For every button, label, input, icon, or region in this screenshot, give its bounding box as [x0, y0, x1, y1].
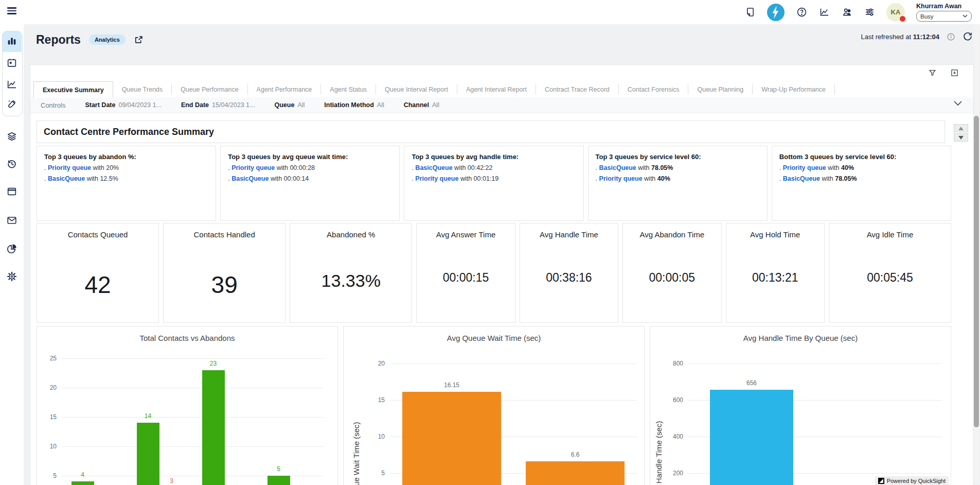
insight-item: Priority queue with 40% [779, 164, 943, 171]
queue-link[interactable]: BasicQueue [783, 175, 820, 182]
chart-bar-total-contacts[interactable] [72, 481, 94, 485]
queue-link[interactable]: BasicQueue [231, 175, 269, 182]
download-icon[interactable] [950, 68, 959, 77]
mail-icon[interactable] [6, 215, 17, 226]
chart-avg-handle-time-by-queue: Powered by QuickSight Avg Handle Time By… [650, 326, 951, 485]
status-select[interactable]: Busy [916, 11, 972, 22]
queue-link[interactable]: BasicQueue [599, 164, 636, 171]
last-refreshed-text: Last refreshed at 11:12:04 [861, 33, 939, 41]
tab-queue-planning[interactable]: Queue Planning [688, 84, 753, 94]
y-tick-label: 15 [360, 396, 385, 404]
sidebar [0, 24, 24, 485]
note-icon[interactable] [744, 7, 756, 18]
chart-bar-avg-queue-wait-time[interactable] [402, 392, 501, 485]
chart-bar-avg-queue-wait-time[interactable] [526, 461, 625, 485]
metrics-icon[interactable] [818, 7, 830, 18]
filter-intiation-method[interactable]: Intiation MethodAll [324, 101, 384, 109]
chart-bar-avg-handle-time[interactable] [710, 390, 793, 485]
filter-value: 15/04/2023 1... [212, 101, 255, 109]
quick-actions-icon[interactable] [767, 4, 785, 21]
queue-link[interactable]: Priority queue [48, 164, 91, 171]
kpi-label: Contacts Handled [164, 230, 285, 239]
line-chart-icon[interactable] [6, 79, 17, 90]
kpi-value: 00:38:16 [520, 271, 618, 285]
bar-value-label: 6.6 [557, 451, 593, 458]
chart-bar-total-contacts[interactable] [202, 370, 225, 485]
agents-icon[interactable] [841, 7, 852, 18]
kpi-cards-row: Contacts Queued42Contacts Handled39Aband… [37, 223, 951, 323]
powered-by-quicksight-badge: Powered by QuickSight [875, 476, 949, 485]
insight-card: Bottom 3 queues by service level 60:Prio… [772, 146, 951, 221]
info-icon[interactable] [947, 32, 955, 41]
bar-value-label: 16.15 [434, 382, 470, 389]
tab-wrap-up-performance[interactable]: Wrap-Up Performance [753, 84, 835, 94]
kpi-value: 00:00:05 [623, 271, 721, 285]
kpi-value: 13.33% [290, 271, 412, 291]
filter-value: All [297, 101, 305, 109]
tab-contract-trace-record[interactable]: Contract Trace Record [536, 84, 619, 94]
spinner-down-button[interactable] [954, 133, 968, 142]
filter-name: Queue [274, 101, 294, 109]
controls-collapse-chevron-icon[interactable] [954, 101, 962, 106]
tab-agent-interval-report[interactable]: Agent Interval Report [457, 84, 536, 94]
y-axis-label: Avg Queue Wait Time (sec) [352, 422, 361, 485]
kpi-value: 00:05:45 [829, 271, 951, 285]
tab-queue-interval-report[interactable]: Queue Interval Report [376, 84, 457, 94]
kpi-value: 00:00:15 [417, 271, 514, 285]
gridline [390, 363, 637, 364]
calendar-icon[interactable] [6, 57, 17, 68]
bar-chart-icon[interactable] [6, 36, 17, 47]
gear-icon[interactable] [6, 271, 17, 282]
tab-executive-summary[interactable]: Executive Summary [33, 81, 113, 98]
y-tick-label: 25 [37, 355, 57, 362]
filter-channel[interactable]: ChannelAll [404, 101, 439, 109]
tab-agent-status[interactable]: Agent Status [321, 84, 376, 94]
tab-queue-trends[interactable]: Queue Trends [113, 84, 172, 94]
chart-bar-total-contacts[interactable] [268, 476, 290, 485]
insight-item: BasicQueue with 00:00:14 [228, 175, 392, 182]
y-tick-label: 20 [360, 360, 385, 367]
pie-chart-icon[interactable] [6, 243, 17, 254]
queue-link[interactable]: Priority queue [415, 175, 458, 182]
window-icon[interactable] [6, 186, 17, 197]
queue-link[interactable]: Priority queue [783, 164, 826, 171]
scrollbar-thumb[interactable] [974, 116, 979, 427]
insight-item: BasicQueue with 00:42:22 [412, 164, 576, 171]
insight-item: Priority queue with 20% [44, 164, 208, 171]
insight-card: Top 3 queues by abandon %:Priority queue… [37, 146, 216, 221]
insight-card-title: Top 3 queues by abandon %: [44, 153, 208, 161]
insight-card: Top 3 queues by avg queue wait time:Prio… [220, 146, 400, 221]
content-area: Reports Analytics Last refreshed at 11:1… [24, 24, 980, 485]
tab-contact-forensics[interactable]: Contact Forensics [619, 84, 689, 94]
kpi-label: Avg Hold Time [726, 230, 824, 239]
help-icon[interactable] [796, 7, 807, 18]
queue-link[interactable]: Priority queue [231, 164, 275, 171]
refresh-icon[interactable] [963, 31, 973, 42]
spinner-up-button[interactable] [954, 124, 968, 132]
insight-item: BasicQueue with 78.05% [779, 175, 943, 182]
insight-item: BasicQueue with 78.05% [596, 164, 760, 171]
tab-queue-performance[interactable]: Queue Performance [172, 84, 248, 94]
hamburger-icon[interactable] [7, 7, 16, 15]
sliders-icon[interactable] [864, 7, 875, 18]
avatar[interactable]: KA [886, 3, 905, 22]
queue-link[interactable]: BasicQueue [48, 175, 85, 182]
chart-bar-total-contacts[interactable] [137, 423, 159, 485]
history-icon[interactable] [6, 158, 17, 169]
y-tick-label: 5 [360, 470, 385, 477]
filter-start-date[interactable]: Start Date09/04/2023 1... [85, 101, 161, 109]
section-spinner [954, 124, 968, 142]
tab-agent-performance[interactable]: Agent Performance [248, 84, 322, 94]
queue-link[interactable]: Priority queue [599, 175, 643, 182]
external-link-icon[interactable] [134, 34, 144, 45]
filter-queue[interactable]: QueueAll [274, 101, 305, 109]
kpi-card-avg-idle-time: Avg Idle Time00:05:45 [829, 223, 951, 323]
filter-icon[interactable] [928, 68, 937, 77]
brush-icon[interactable] [6, 98, 17, 110]
y-tick-label: 10 [360, 433, 385, 440]
layers-icon[interactable] [6, 131, 17, 142]
filter-end-date[interactable]: End Date15/04/2023 1... [181, 101, 255, 109]
queue-link[interactable]: BasicQueue [415, 164, 452, 171]
topbar: KA Khurram Awan Busy [0, 0, 980, 24]
kpi-label: Contacts Queued [37, 230, 158, 239]
